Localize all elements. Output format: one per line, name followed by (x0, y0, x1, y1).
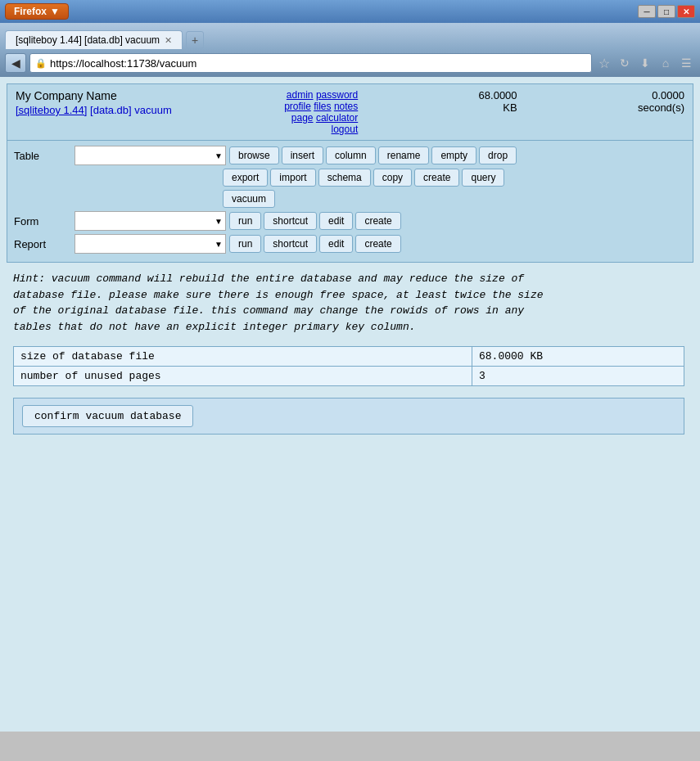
empty-button[interactable]: empty (431, 146, 476, 164)
db-size-unit: KB (503, 101, 517, 114)
table-toolbar-row-3: vacuum (14, 190, 686, 208)
drop-button[interactable]: drop (479, 146, 517, 164)
calculator-link[interactable]: calculator (316, 112, 358, 124)
table-row: number of unused pages 3 (14, 367, 684, 386)
info-value-unused-pages: 3 (472, 367, 684, 386)
refresh-icon[interactable]: ↻ (616, 54, 634, 72)
firefox-menu-button[interactable]: Firefox ▼ (5, 3, 69, 20)
info-label-unused-pages: number of unused pages (14, 367, 472, 386)
company-name: My Company Name (16, 89, 172, 102)
active-tab[interactable]: [sqliteboy 1.44] [data.db] vacuum ✕ (5, 30, 183, 49)
table-select[interactable] (75, 146, 226, 165)
maximize-button[interactable]: □ (657, 5, 675, 18)
download-icon[interactable]: ⬇ (636, 54, 654, 72)
notes-link[interactable]: notes (334, 101, 358, 112)
copy-button[interactable]: copy (373, 169, 412, 187)
table-buttons-row3: vacuum (223, 190, 686, 208)
form-buttons: run shortcut edit create (229, 212, 686, 230)
tab-label: [sqliteboy 1.44] [data.db] vacuum (16, 34, 160, 46)
firefox-dropdown-icon: ▼ (50, 6, 60, 17)
hint-text: Hint: vacuum command will rebuild the en… (13, 271, 687, 335)
time-unit: second(s) (638, 101, 684, 114)
info-label-db-size: size of database file (14, 347, 472, 367)
form-toolbar-row: Form ▼ run shortcut edit create (14, 211, 686, 231)
minimize-button[interactable]: ─ (638, 5, 656, 18)
window-controls: ─ □ ✕ (638, 5, 695, 18)
header-stats: 68.0000 KB (471, 89, 517, 135)
db-size-value: 68.0000 (479, 89, 517, 101)
menu-icon[interactable]: ☰ (677, 54, 695, 72)
new-tab-button[interactable]: + (186, 31, 204, 49)
sqliteboy-link[interactable]: [sqliteboy 1.44] (16, 104, 87, 116)
rename-button[interactable]: rename (378, 146, 430, 164)
back-button[interactable]: ◀ (5, 53, 26, 73)
form-shortcut-button[interactable]: shortcut (264, 212, 317, 230)
lock-icon: 🔒 (35, 58, 47, 69)
schema-button[interactable]: schema (318, 169, 371, 187)
form-create-button[interactable]: create (355, 212, 400, 230)
report-edit-button[interactable]: edit (319, 235, 353, 253)
files-link[interactable]: files (314, 101, 331, 112)
report-select[interactable] (75, 234, 226, 254)
form-select-wrap: ▼ (75, 211, 226, 231)
info-table: size of database file 68.0000 KB number … (13, 346, 684, 386)
report-buttons: run shortcut edit create (229, 235, 686, 253)
table-select-wrap: ▼ (75, 146, 226, 165)
report-toolbar-row: Report ▼ run shortcut edit create (14, 234, 686, 254)
profile-link[interactable]: profile (284, 101, 311, 112)
password-link[interactable]: password (316, 89, 358, 101)
table-toolbar-row-2: export import schema copy create query (14, 169, 686, 187)
report-label: Report (14, 238, 71, 250)
confirm-vacuum-button[interactable]: confirm vacuum database (22, 405, 193, 427)
header-time-stats: 0.0000 second(s) (630, 89, 684, 135)
content-area: Hint: vacuum command will rebuild the en… (7, 263, 693, 443)
page-link[interactable]: page (291, 112, 314, 124)
db-label: [data.db] vacuum (90, 104, 172, 116)
close-button[interactable]: ✕ (677, 5, 695, 18)
report-create-button[interactable]: create (355, 235, 400, 253)
time-value: 0.0000 (652, 89, 684, 101)
app-subtitle: [sqliteboy 1.44] [data.db] vacuum (16, 104, 172, 116)
home-icon[interactable]: ⌂ (657, 54, 675, 72)
form-select[interactable] (75, 211, 226, 231)
admin-link[interactable]: admin (287, 89, 314, 101)
form-run-button[interactable]: run (229, 212, 261, 230)
table-toolbar-row: Table ▼ browse insert column rename empt… (14, 146, 686, 165)
browse-button[interactable]: browse (229, 146, 279, 164)
create-table-button[interactable]: create (414, 169, 459, 187)
logout-link[interactable]: logout (332, 124, 359, 135)
column-button[interactable]: column (326, 146, 376, 164)
form-edit-button[interactable]: edit (319, 212, 353, 230)
table-label: Table (14, 150, 71, 162)
report-run-button[interactable]: run (229, 235, 261, 253)
table-buttons: browse insert column rename empty drop (229, 146, 686, 164)
bookmark-icon[interactable]: ☆ (595, 54, 613, 72)
firefox-label: Firefox (14, 6, 47, 17)
import-button[interactable]: import (270, 169, 315, 187)
export-button[interactable]: export (223, 169, 268, 187)
table-row: size of database file 68.0000 KB (14, 347, 684, 367)
insert-button[interactable]: insert (282, 146, 323, 164)
confirm-area: confirm vacuum database (13, 398, 684, 435)
info-value-db-size: 68.0000 KB (472, 347, 684, 367)
table-buttons-row2: export import schema copy create query (223, 169, 686, 187)
form-label: Form (14, 215, 71, 227)
header-nav: admin password profile files notes page … (284, 89, 358, 135)
report-select-wrap: ▼ (75, 234, 226, 254)
report-shortcut-button[interactable]: shortcut (264, 235, 317, 253)
url-text: https://localhost:11738/vacuum (50, 57, 196, 70)
tab-close-icon[interactable]: ✕ (165, 35, 172, 46)
url-bar[interactable]: 🔒 https://localhost:11738/vacuum (29, 53, 592, 73)
query-button[interactable]: query (462, 169, 504, 187)
vacuum-button[interactable]: vacuum (223, 190, 275, 208)
toolbar-section: Table ▼ browse insert column rename empt… (7, 141, 693, 263)
app-header: My Company Name [sqliteboy 1.44] [data.d… (7, 83, 693, 141)
company-block: My Company Name [sqliteboy 1.44] [data.d… (16, 89, 172, 135)
